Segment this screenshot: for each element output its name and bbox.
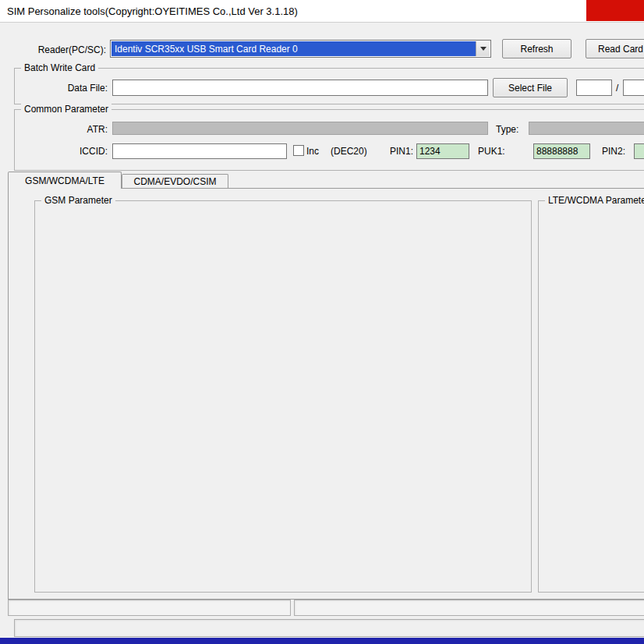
iccid-format-label: (DEC20) bbox=[331, 146, 367, 157]
pin1-input[interactable] bbox=[416, 143, 469, 159]
pin2-label: PIN2: bbox=[602, 146, 625, 157]
reader-combobox-value: Identiv SCR35xx USB Smart Card Reader 0 bbox=[111, 41, 476, 56]
puk1-label: PUK1: bbox=[478, 146, 505, 157]
window-title: SIM Personalize tools(Copyright:OYEITIME… bbox=[7, 5, 298, 17]
puk1-input[interactable] bbox=[533, 143, 590, 159]
tab-cdma-evdo-csim[interactable]: CDMA/EVDO/CSIM bbox=[122, 174, 228, 189]
type-field bbox=[529, 122, 644, 135]
combobox-dropdown-button[interactable] bbox=[476, 41, 490, 56]
pin1-label: PIN1: bbox=[390, 146, 413, 157]
tab-gsm-wcdma-lte[interactable]: GSM/WCDMA/LTE bbox=[8, 172, 122, 189]
batch-count-slash: / bbox=[616, 83, 618, 94]
data-file-label: Data File: bbox=[45, 83, 108, 94]
common-parameter-title: Common Parameter bbox=[21, 104, 111, 115]
atr-field bbox=[112, 122, 488, 135]
refresh-button[interactable]: Refresh bbox=[502, 39, 571, 58]
status-bar-right bbox=[294, 600, 644, 616]
common-parameter-group: Common Parameter bbox=[14, 109, 644, 171]
reader-combobox[interactable]: Identiv SCR35xx USB Smart Card Reader 0 bbox=[110, 40, 491, 58]
pin2-input[interactable] bbox=[634, 143, 644, 159]
iccid-label: ICCID: bbox=[45, 146, 108, 157]
select-file-button[interactable]: Select File bbox=[493, 78, 568, 97]
iccid-inc-checkbox[interactable] bbox=[293, 145, 304, 156]
gsm-parameter-title: GSM Parameter bbox=[41, 195, 115, 206]
batch-count-total-input[interactable] bbox=[623, 80, 644, 96]
atr-label: ATR: bbox=[45, 124, 108, 135]
bottom-edge-strip bbox=[0, 638, 644, 644]
type-label: Type: bbox=[496, 124, 518, 135]
iccid-inc-label: Inc bbox=[306, 146, 319, 157]
lte-parameter-title: LTE/WCDMA Parameter bbox=[545, 195, 644, 206]
read-card-button[interactable]: Read Card bbox=[586, 39, 644, 58]
close-button[interactable] bbox=[586, 0, 644, 21]
chevron-down-icon bbox=[480, 47, 487, 51]
app-window: SIM Personalize tools(Copyright:OYEITIME… bbox=[0, 0, 644, 644]
reader-label: Reader(PC/SC): bbox=[23, 44, 106, 55]
iccid-input[interactable] bbox=[112, 143, 287, 159]
lte-parameter-group: LTE/WCDMA Parameter bbox=[538, 200, 644, 593]
batch-write-card-title: Batch Write Card bbox=[21, 62, 98, 73]
progress-bar-area bbox=[14, 619, 644, 637]
title-bar: SIM Personalize tools(Copyright:OYEITIME… bbox=[0, 0, 644, 23]
batch-count-current-input[interactable] bbox=[576, 80, 612, 96]
gsm-parameter-group: GSM Parameter bbox=[34, 200, 532, 593]
status-bar-left bbox=[8, 600, 291, 616]
data-file-input[interactable] bbox=[112, 80, 488, 96]
